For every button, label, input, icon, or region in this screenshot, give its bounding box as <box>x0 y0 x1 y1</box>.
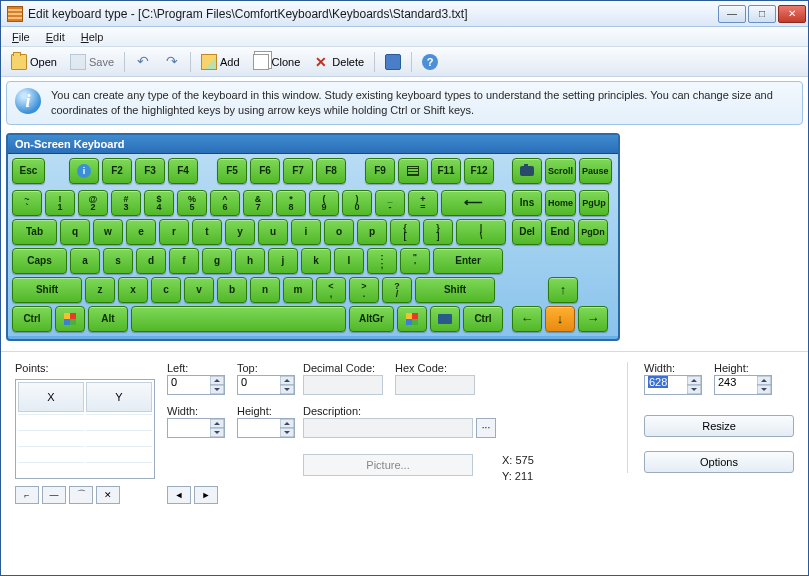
key-d[interactable]: d <box>136 248 166 274</box>
r-width-input[interactable]: 628 <box>644 375 702 395</box>
key-u[interactable]: u <box>258 219 288 245</box>
key-backslash[interactable]: |\ <box>456 219 506 245</box>
key-9[interactable]: (9 <box>309 190 339 216</box>
nav-left-button[interactable]: ◄ <box>167 486 191 504</box>
key-v[interactable]: v <box>184 277 214 303</box>
col-x[interactable]: X <box>18 382 84 412</box>
r-height-input[interactable]: 243 <box>714 375 772 395</box>
key-print[interactable] <box>512 158 542 184</box>
description-browse-button[interactable]: ··· <box>476 418 496 438</box>
key-b[interactable]: b <box>217 277 247 303</box>
key-f5[interactable]: F5 <box>217 158 247 184</box>
top-input[interactable]: 0 <box>237 375 295 395</box>
options-button[interactable]: Options <box>644 451 794 473</box>
key-j[interactable]: j <box>268 248 298 274</box>
delete-button[interactable]: ✕Delete <box>307 51 370 73</box>
width-input[interactable] <box>167 418 225 438</box>
key-quote[interactable]: "' <box>400 248 430 274</box>
key-5[interactable]: %5 <box>177 190 207 216</box>
key-space[interactable] <box>131 306 346 332</box>
key-slash[interactable]: ?/ <box>382 277 412 303</box>
key-arrow-right[interactable]: → <box>578 306 608 332</box>
key-g[interactable]: g <box>202 248 232 274</box>
key-f12[interactable]: F12 <box>464 158 494 184</box>
key-period[interactable]: >. <box>349 277 379 303</box>
key-4[interactable]: $4 <box>144 190 174 216</box>
key-s[interactable]: s <box>103 248 133 274</box>
key-menu[interactable] <box>430 306 460 332</box>
nav-right-button[interactable]: ► <box>194 486 218 504</box>
key-enter[interactable]: Enter <box>433 248 503 274</box>
key-f10-special[interactable] <box>398 158 428 184</box>
key-arrow-down[interactable]: ↓ <box>545 306 575 332</box>
shape-btn-3[interactable]: ⌒ <box>69 486 93 504</box>
key-f[interactable]: f <box>169 248 199 274</box>
key-altgr[interactable]: AltGr <box>349 306 394 332</box>
picture-button[interactable]: Picture... <box>303 454 473 476</box>
key-f11[interactable]: F11 <box>431 158 461 184</box>
menu-help[interactable]: Help <box>74 29 111 45</box>
col-y[interactable]: Y <box>86 382 152 412</box>
key-0[interactable]: )0 <box>342 190 372 216</box>
key-ins[interactable]: Ins <box>512 190 542 216</box>
key-1[interactable]: !1 <box>45 190 75 216</box>
help-button[interactable]: ? <box>416 51 444 73</box>
shape-btn-1[interactable]: ⌐ <box>15 486 39 504</box>
key-f4[interactable]: F4 <box>168 158 198 184</box>
key-i[interactable]: i <box>291 219 321 245</box>
key-arrow-left[interactable]: ← <box>512 306 542 332</box>
key-shift-left[interactable]: Shift <box>12 277 82 303</box>
save-button[interactable]: Save <box>64 51 120 73</box>
key-m[interactable]: m <box>283 277 313 303</box>
key-h[interactable]: h <box>235 248 265 274</box>
key-6[interactable]: ^6 <box>210 190 240 216</box>
add-button[interactable]: Add <box>195 51 246 73</box>
key-a[interactable]: a <box>70 248 100 274</box>
key-e[interactable]: e <box>126 219 156 245</box>
key-home[interactable]: Home <box>545 190 576 216</box>
key-8[interactable]: *8 <box>276 190 306 216</box>
key-pause[interactable]: Pause <box>579 158 612 184</box>
height-input[interactable] <box>237 418 295 438</box>
redo-button[interactable]: ↷ <box>158 51 186 73</box>
key-del[interactable]: Del <box>512 219 542 245</box>
key-t[interactable]: t <box>192 219 222 245</box>
key-f6[interactable]: F6 <box>250 158 280 184</box>
key-w[interactable]: w <box>93 219 123 245</box>
key-pgup[interactable]: PgUp <box>579 190 609 216</box>
key-esc[interactable]: Esc <box>12 158 45 184</box>
key-backspace[interactable]: ⟵ <box>441 190 506 216</box>
key-k[interactable]: k <box>301 248 331 274</box>
key-arrow-up[interactable]: ↑ <box>548 277 578 303</box>
key-win-right[interactable] <box>397 306 427 332</box>
key-o[interactable]: o <box>324 219 354 245</box>
key-caps[interactable]: Caps <box>12 248 67 274</box>
key-c[interactable]: c <box>151 277 181 303</box>
key-n[interactable]: n <box>250 277 280 303</box>
key-alt[interactable]: Alt <box>88 306 128 332</box>
key-l[interactable]: l <box>334 248 364 274</box>
shape-btn-4[interactable]: ✕ <box>96 486 120 504</box>
key-minus[interactable]: _- <box>375 190 405 216</box>
resize-button[interactable]: Resize <box>644 415 794 437</box>
key-backtick[interactable]: ~` <box>12 190 42 216</box>
key-3[interactable]: #3 <box>111 190 141 216</box>
key-f2[interactable]: F2 <box>102 158 132 184</box>
key-bracket-left[interactable]: {[ <box>390 219 420 245</box>
key-y[interactable]: y <box>225 219 255 245</box>
key-ctrl-right[interactable]: Ctrl <box>463 306 503 332</box>
key-f9[interactable]: F9 <box>365 158 395 184</box>
key-comma[interactable]: <, <box>316 277 346 303</box>
key-scroll[interactable]: Scroll <box>545 158 576 184</box>
key-shift-right[interactable]: Shift <box>415 277 495 303</box>
key-pgdn[interactable]: PgDn <box>578 219 608 245</box>
key-f7[interactable]: F7 <box>283 158 313 184</box>
key-f3[interactable]: F3 <box>135 158 165 184</box>
keyboard-toggle-button[interactable] <box>379 51 407 73</box>
key-equals[interactable]: += <box>408 190 438 216</box>
key-semicolon[interactable]: :; <box>367 248 397 274</box>
menu-file[interactable]: File <box>5 29 37 45</box>
key-2[interactable]: @2 <box>78 190 108 216</box>
minimize-button[interactable]: — <box>718 5 746 23</box>
key-bracket-right[interactable]: }] <box>423 219 453 245</box>
